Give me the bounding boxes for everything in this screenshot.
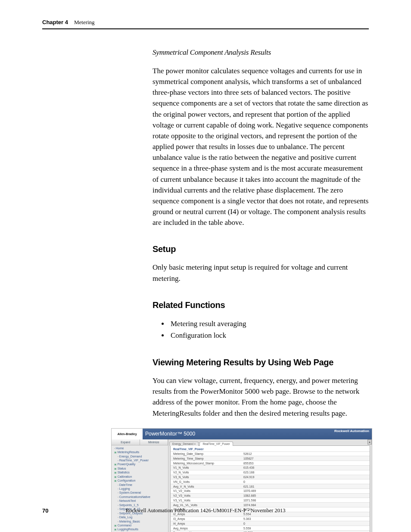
publication-line: Rockwell Automation Publication 1426-UM0…	[125, 507, 285, 514]
param-value: 1082.885	[242, 494, 370, 498]
page-header: Chapter 4 Metering	[42, 19, 369, 29]
param-value: 624.919	[242, 475, 370, 479]
page-footer: 70 Rockwell Automation Publication 1426-…	[42, 507, 369, 514]
param-value: 855353	[242, 461, 370, 465]
list-item: Configuration lock	[169, 330, 369, 341]
tree-item[interactable]: Logging	[112, 487, 167, 491]
brand-logo: Allen-Bradley	[112, 429, 143, 439]
body-paragraph: You can view voltage, current, frequency…	[153, 375, 369, 419]
param-name: I4_Amps	[171, 521, 242, 526]
sidebar-minimize-button[interactable]: Minimize	[140, 439, 168, 445]
tree-item[interactable]: DateTime	[112, 483, 167, 487]
sidebar: Expand Minimize HomeMeteringResultsEnerg…	[112, 439, 168, 532]
param-name: Metering_Microsecond_Stamp	[171, 461, 242, 465]
section-label: Metering	[74, 19, 95, 26]
table-row: Metering_Time_Stamp105827	[171, 456, 370, 460]
related-functions-list: Metering result averaging Configuration …	[169, 318, 369, 341]
tree-item[interactable]: NetworkText	[112, 499, 167, 503]
body-paragraph: Only basic metering input setup is requi…	[153, 262, 369, 283]
param-name: V3_V1_Volts	[171, 498, 242, 502]
tree-item[interactable]: Home	[112, 446, 167, 450]
table-row: Frequency_Hz60.007	[171, 530, 370, 532]
param-name: Metering_Time_Stamp	[171, 456, 242, 460]
tree-item[interactable]: Configuration	[112, 479, 167, 482]
chapter-label: Chapter 4	[42, 19, 68, 25]
table-row: V2_V3_Volts1082.885	[171, 493, 370, 498]
param-name: Avg_V_N_Volts	[171, 484, 242, 488]
app-header: Allen-Bradley PowerMonitor™ 5000 Rockwel…	[112, 429, 372, 439]
tab-strip: Energy_Demand ×RealTime_VIF_Power	[168, 439, 372, 445]
page-number: 70	[42, 507, 48, 514]
nav-tree: HomeMeteringResultsEnergy_DemandRealTime…	[112, 445, 168, 532]
param-name: Metering_Date_Stamp	[171, 452, 242, 456]
param-name: VN_G_Volts	[171, 479, 242, 484]
param-value: 0	[242, 479, 370, 484]
table-row: Avg_V_N_Volts621.181	[171, 484, 370, 488]
table-row: V3_N_Volts624.919	[171, 475, 370, 479]
table-row: V1_V2_Volts1070.469	[171, 488, 370, 493]
param-value: 105827	[242, 456, 370, 460]
tree-item[interactable]: Setpoints_1_5	[112, 503, 167, 507]
tree-item[interactable]: Metering_Basic	[112, 520, 167, 523]
param-name: I3_Amps	[171, 517, 242, 521]
embedded-screenshot: Allen-Bradley PowerMonitor™ 5000 Rockwel…	[111, 428, 372, 532]
tree-item[interactable]: Data_Log	[112, 515, 167, 519]
scroll-up-icon[interactable]: ▲	[367, 439, 372, 445]
table-row: Metering_Date_Stamp52612	[171, 451, 370, 456]
tab[interactable]: Energy_Demand ×	[169, 442, 199, 446]
param-name: V2_N_Volts	[171, 470, 242, 475]
list-item: Metering result averaging	[169, 318, 369, 330]
param-name: V2_V3_Volts	[171, 494, 242, 498]
param-value: 1071.598	[242, 498, 370, 502]
body-paragraph: The power monitor calculates sequence vo…	[153, 65, 369, 228]
param-name: V1_N_Volts	[171, 466, 242, 470]
param-value: 1070.469	[242, 489, 370, 493]
tab[interactable]: RealTime_VIF_Power	[199, 442, 233, 446]
tree-item[interactable]: Energy_Demand	[112, 454, 167, 458]
param-value: 52612	[242, 452, 370, 456]
table-row: V3_V1_Volts1071.598	[171, 498, 370, 502]
param-value: 623.188	[242, 470, 370, 475]
data-panel: RealTime_VIF_Power Metering_Date_Stamp52…	[170, 445, 370, 532]
table-row: Avg_Amps5.559	[171, 526, 370, 530]
tree-item[interactable]: LoggingResults	[112, 527, 167, 531]
tree-item[interactable]: Calibration	[112, 475, 167, 479]
tree-item[interactable]: PowerQuality	[112, 462, 167, 466]
tree-item[interactable]: Statistics	[112, 470, 167, 474]
table-row: Metering_Microsecond_Stamp855353	[171, 460, 370, 465]
table-row: V2_N_Volts623.188	[171, 470, 370, 475]
param-name: V3_N_Volts	[171, 475, 242, 479]
table-row: I4_Amps0	[171, 521, 370, 526]
table-row: V1_N_Volts615.436	[171, 465, 370, 470]
param-value: 615.436	[242, 466, 370, 470]
subsection-title: Symmetrical Component Analysis Results	[153, 48, 369, 57]
param-value: 0	[242, 521, 370, 526]
table-row: VN_G_Volts0	[171, 479, 370, 484]
sidebar-expand-button[interactable]: Expand	[112, 439, 140, 445]
brand-right: Rockwell Automation	[334, 429, 369, 433]
section-heading-setup: Setup	[153, 244, 369, 254]
param-value: 5.363	[242, 517, 370, 521]
param-value: 1074.984	[242, 503, 370, 507]
param-name: Avg_Amps	[171, 526, 242, 530]
section-heading-related: Related Functions	[153, 300, 369, 310]
table-row: Avg_VL_VL_Volts1074.984	[171, 502, 370, 507]
panel-title: RealTime_VIF_Power	[171, 446, 370, 451]
tree-item[interactable]: CommunicationsNative	[112, 495, 167, 499]
param-name: V1_V2_Volts	[171, 489, 242, 493]
tree-item[interactable]: Command	[112, 523, 167, 527]
tree-item[interactable]: RealTime_VIF_Power	[112, 458, 167, 462]
tree-item[interactable]: Status	[112, 467, 167, 470]
section-heading-viewing: Viewing Metering Results by Using Web Pa…	[153, 358, 369, 367]
tree-item[interactable]: MeteringResults	[112, 450, 167, 454]
param-value: 621.181	[242, 484, 370, 488]
param-name: Avg_VL_VL_Volts	[171, 503, 242, 507]
app-title: PowerMonitor™ 5000	[145, 431, 195, 437]
main-panel: Energy_Demand ×RealTime_VIF_Power RealTi…	[168, 439, 372, 532]
tree-item[interactable]: System.General	[112, 491, 167, 495]
param-value: 5.559	[242, 526, 370, 530]
table-row: I3_Amps5.363	[171, 516, 370, 521]
